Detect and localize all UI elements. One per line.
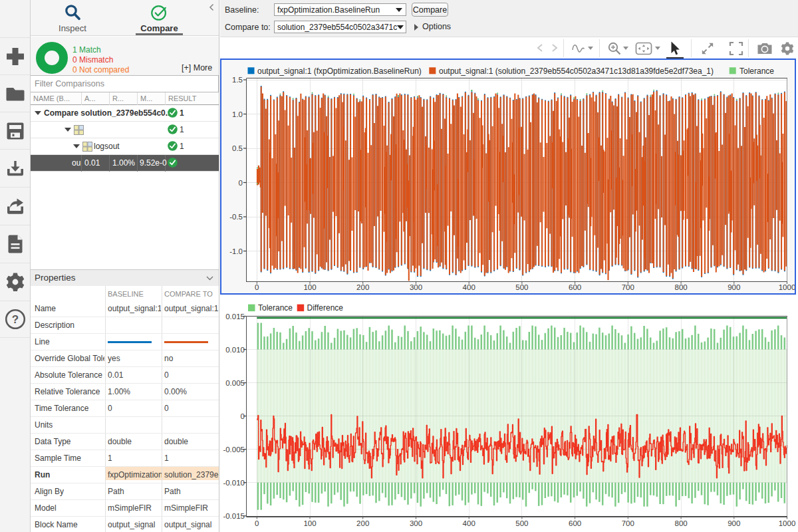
svg-text:900: 900 (728, 283, 740, 291)
svg-text:0.015: 0.015 (225, 313, 245, 321)
svg-text:800: 800 (675, 283, 688, 291)
svg-text:-0.005: -0.005 (223, 446, 245, 454)
svg-text:Tolerance: Tolerance (258, 303, 293, 313)
svg-text:1000: 1000 (779, 519, 796, 527)
svg-text:?: ? (11, 313, 18, 326)
svg-text:800: 800 (675, 519, 688, 527)
svg-text:Difference: Difference (307, 303, 344, 313)
svg-text:0: 0 (255, 519, 259, 527)
svg-text:0.010: 0.010 (225, 346, 245, 354)
svg-text:600: 600 (569, 519, 581, 527)
svg-text:700: 700 (622, 283, 634, 291)
svg-text:100: 100 (303, 283, 316, 291)
svg-text:500: 500 (515, 519, 528, 527)
svg-text:0: 0 (241, 412, 245, 420)
svg-text:900: 900 (728, 519, 740, 527)
svg-text:output_signal:1 (solution_2379: output_signal:1 (solution_2379eb554c0502… (439, 66, 714, 76)
svg-text:0.5: 0.5 (232, 144, 243, 152)
svg-text:400: 400 (463, 519, 475, 527)
svg-text:1000: 1000 (779, 283, 795, 291)
svg-text:0: 0 (239, 179, 243, 187)
svg-text:1.0: 1.0 (232, 110, 243, 118)
svg-text:-0.010: -0.010 (223, 479, 245, 487)
svg-text:100: 100 (303, 519, 316, 527)
svg-text:Tolerance: Tolerance (739, 66, 774, 76)
svg-text:200: 200 (356, 283, 369, 291)
svg-text:500: 500 (515, 283, 528, 291)
svg-text:700: 700 (622, 519, 634, 527)
svg-text:-1.0: -1.0 (229, 247, 243, 255)
svg-text:300: 300 (410, 283, 422, 291)
svg-text:300: 300 (410, 519, 422, 527)
svg-text:200: 200 (356, 519, 369, 527)
svg-text:0.005: 0.005 (225, 379, 245, 387)
svg-text:0: 0 (255, 283, 259, 291)
svg-text:400: 400 (463, 283, 475, 291)
svg-text:output_signal:1 (fxpOptimizati: output_signal:1 (fxpOptimization.Baselin… (257, 66, 422, 76)
svg-text:-0.5: -0.5 (229, 213, 243, 221)
svg-text:-0.015: -0.015 (223, 512, 245, 520)
svg-text:1.5: 1.5 (232, 76, 243, 84)
svg-text:600: 600 (569, 283, 581, 291)
